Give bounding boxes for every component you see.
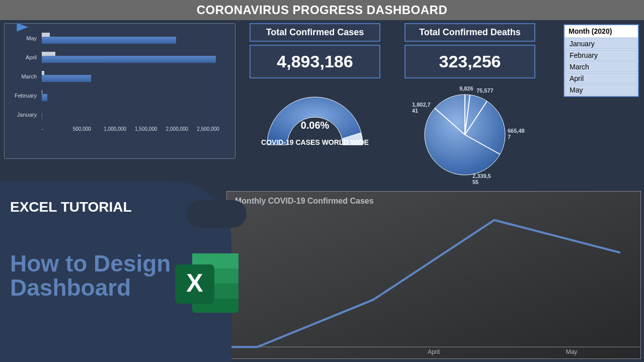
bar-category-label: January: [14, 112, 39, 118]
slicer-item[interactable]: March: [565, 61, 637, 72]
bar-category-label: April: [14, 54, 39, 60]
slicer-item[interactable]: January: [565, 38, 637, 49]
deaths-label: Total Confirmed Deaths: [405, 23, 535, 42]
pie-label: 665,48 7: [508, 128, 525, 140]
slicer-title: Month (2020): [565, 25, 638, 38]
pie-label: 9,826: [459, 85, 473, 92]
cases-value: 4,893,186: [250, 45, 380, 78]
pie-label: 1,802,7 41: [412, 102, 431, 114]
bar-row: March: [14, 67, 228, 86]
tutorial-title: How to DesignDashboard: [10, 251, 171, 300]
bar-chart-x-axis: -500,0001,000,0001,500,0002,000,0002,500…: [42, 126, 228, 132]
gauge-value: 0.06%: [250, 120, 380, 131]
line-chart-title: Monthly COVID-19 Confirmed Cases: [227, 192, 640, 211]
bar-row: February: [14, 86, 228, 105]
bar-category-label: February: [14, 93, 39, 99]
pie-label: 2,339,5 55: [472, 173, 491, 185]
svg-marker-0: [17, 23, 29, 32]
pie-chart: 9,826 75,577 665,48 7 2,339,5 55 1,802,7…: [412, 84, 528, 182]
bar-chart: MayAprilMarchFebruaryJanuary -500,0001,0…: [4, 23, 235, 159]
page-title: CORONAVIRUS PROGRESS DASHBOARD: [0, 0, 644, 20]
excel-icon: X: [171, 246, 247, 322]
month-slicer[interactable]: Month (2020) JanuaryFebruaryMarchAprilMa…: [564, 24, 639, 97]
gauge-chart: 0.06% COVID-19 CASES WORLD WIDE: [250, 84, 380, 146]
bar-row: January: [14, 105, 228, 124]
gauge-caption: COVID-19 CASES WORLD WIDE: [250, 138, 380, 146]
bar-category-label: March: [14, 73, 39, 79]
slicer-item[interactable]: May: [565, 84, 637, 96]
slicer-item[interactable]: February: [565, 50, 637, 61]
bar-row: May: [14, 29, 228, 48]
bar-category-label: May: [14, 35, 39, 41]
slicer-item[interactable]: April: [565, 73, 637, 84]
svg-text:X: X: [186, 269, 203, 297]
play-icon[interactable]: [16, 22, 31, 33]
tutorial-subtitle: EXCEL TUTORIAL: [10, 199, 132, 215]
bar-row: April: [14, 48, 228, 67]
cases-label: Total Confirmed Cases: [250, 23, 380, 42]
pie-label: 75,577: [476, 87, 494, 94]
line-chart-x-axis: April May: [227, 348, 640, 355]
deaths-value: 323,256: [405, 45, 535, 78]
line-chart: Monthly COVID-19 Confirmed Cases April M…: [226, 191, 641, 359]
